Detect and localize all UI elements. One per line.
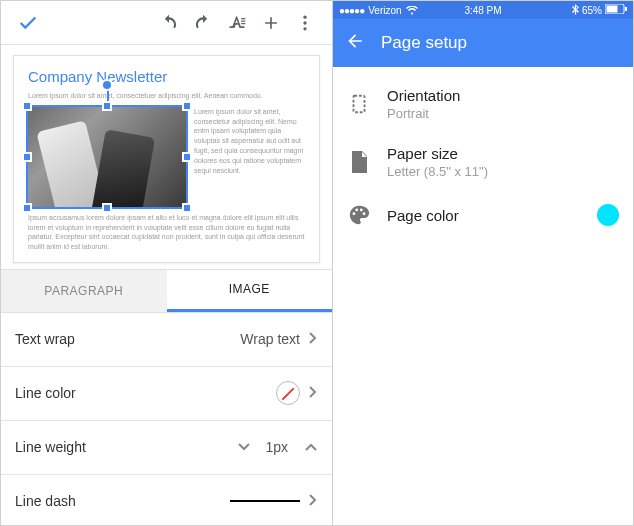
setting-label: Page color [387,207,459,224]
image-options: Text wrap Wrap text Line color Line weig… [1,313,332,525]
chevron-right-icon [308,331,318,348]
chevron-right-icon [308,385,318,402]
battery-icon [605,4,627,16]
carrier-label: Verizon [368,5,401,16]
option-line-color[interactable]: Line color [1,367,332,421]
appbar-title: Page setup [381,33,467,53]
paper-icon [347,150,371,174]
svg-point-0 [303,15,306,18]
doc-side-text: Lorem ipsum dolor sit amet, consectetur … [194,107,305,207]
option-text-wrap[interactable]: Text wrap Wrap text [1,313,332,367]
page-setup-appbar: Page setup [333,19,633,67]
tab-paragraph[interactable]: PARAGRAPH [1,270,167,312]
setting-page-color[interactable]: Page color [333,191,633,239]
resize-handle[interactable] [182,101,192,111]
resize-handle[interactable] [182,152,192,162]
rotate-handle-icon[interactable] [101,79,113,91]
editor-toolbar [1,1,332,45]
option-value: 1px [265,439,288,455]
chevron-up-icon[interactable] [304,439,318,455]
option-label: Line dash [15,493,230,509]
svg-rect-4 [607,6,618,13]
doc-after-text: Ipsum accusamus lorem dolore ipsam et al… [28,213,305,252]
document-canvas: Company Newsletter Lorem ipsum dolor sit… [1,45,332,269]
overflow-menu-icon[interactable] [288,6,322,40]
ios-status-bar: ●●●●● Verizon 3:48 PM 65% [333,1,633,19]
resize-handle[interactable] [22,152,32,162]
svg-rect-6 [354,96,365,113]
resize-handle[interactable] [102,101,112,111]
format-tabs: PARAGRAPH IMAGE [1,269,332,313]
tab-image[interactable]: IMAGE [167,270,333,312]
option-value: Wrap text [240,331,300,347]
undo-icon[interactable] [152,6,186,40]
selected-image[interactable] [28,107,186,207]
orientation-icon [347,92,371,116]
status-time: 3:48 PM [435,5,531,16]
option-line-dash[interactable]: Line dash [1,475,332,525]
option-label: Line weight [15,439,237,455]
svg-point-2 [303,27,306,30]
insert-plus-icon[interactable] [254,6,288,40]
setting-label: Paper size [387,145,488,162]
setting-orientation[interactable]: Orientation Portrait [333,75,633,133]
battery-percent: 65% [582,5,602,16]
setting-value: Portrait [387,106,460,121]
wifi-icon [406,6,418,15]
option-label: Text wrap [15,331,240,347]
right-screen: ●●●●● Verizon 3:48 PM 65% Page setup [333,1,633,525]
text-format-icon[interactable] [220,6,254,40]
svg-rect-5 [625,7,627,11]
done-check-icon[interactable] [11,6,45,40]
solid-line-icon [230,500,300,502]
doc-title: Company Newsletter [28,68,305,85]
doc-lede-text: Lorem ipsum dolor sit amet, consectetuer… [28,91,305,101]
resize-handle[interactable] [182,203,192,213]
chevron-down-icon[interactable] [237,439,251,455]
bluetooth-icon [572,4,579,17]
option-label: Line color [15,385,276,401]
resize-handle[interactable] [102,203,112,213]
setting-paper-size[interactable]: Paper size Letter (8.5" x 11") [333,133,633,191]
page-color-swatch [597,204,619,226]
left-screen: Company Newsletter Lorem ipsum dolor sit… [1,1,333,525]
setting-label: Orientation [387,87,460,104]
resize-handle[interactable] [22,203,32,213]
palette-icon [347,203,371,227]
signal-dots-icon: ●●●●● [339,5,364,16]
back-arrow-icon[interactable] [345,31,365,55]
svg-point-1 [303,21,306,24]
setting-value: Letter (8.5" x 11") [387,164,488,179]
no-color-swatch-icon [276,381,300,405]
option-line-weight[interactable]: Line weight 1px [1,421,332,475]
resize-handle[interactable] [22,101,32,111]
redo-icon[interactable] [186,6,220,40]
chevron-right-icon [308,493,318,510]
